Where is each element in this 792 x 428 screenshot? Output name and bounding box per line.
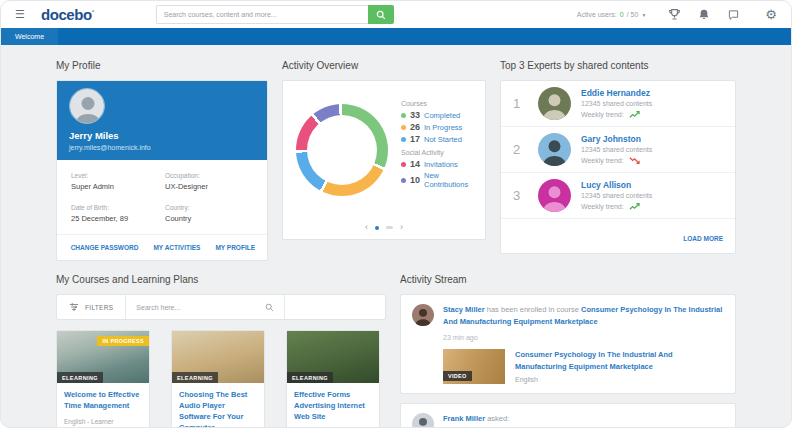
field-value: Country (165, 214, 253, 223)
notifications-bell-icon[interactable] (698, 8, 710, 21)
expert-name-link[interactable]: Lucy Allison (581, 180, 652, 190)
profile-field-country: Country: Country (165, 204, 253, 223)
settings-gear-icon[interactable]: ⚙ (765, 8, 777, 21)
hamburger-menu-icon[interactable]: ☰ (15, 8, 25, 21)
course-title-link[interactable]: Effective Forms Advertising Internet Web… (294, 390, 372, 423)
in-progress-dot (401, 125, 406, 130)
actor-link[interactable]: Stacy Miller (443, 305, 485, 314)
new-contributions-value: 10 (410, 175, 420, 185)
filters-button[interactable]: FILTERS (57, 295, 125, 319)
trend-up-icon (629, 110, 642, 120)
my-courses-title: My Courses and Learning Plans (56, 274, 386, 285)
my-activities-button[interactable]: MY ACTIVITIES (153, 244, 200, 251)
legend-item-in-progress: 26 In Progress (401, 122, 477, 132)
activity-overview-card: Courses 33 Completed 26 In Progress (282, 80, 486, 240)
expert-avatar (538, 87, 571, 120)
docebo-dashboard: ☰ docebo° Active users: 0 / 50 ▼ (0, 0, 792, 428)
course-link[interactable]: Consumer Psychology In The Industrial An… (443, 305, 722, 326)
pager-next-icon[interactable]: › (400, 223, 403, 232)
expert-row: 1 Eddie Hernandez 12345 shared contents … (501, 81, 735, 127)
global-search (156, 5, 394, 24)
course-title-link[interactable]: Choosing The Best Audio Player Software … (179, 390, 257, 428)
legend-item-completed: 33 Completed (401, 110, 477, 120)
active-users-count: 0 (620, 11, 624, 18)
expert-weekly-trend: Weekly trend: (581, 110, 652, 120)
course-card[interactable]: ELEARNING Choosing The Best Audio Player… (171, 330, 265, 428)
course-title-link[interactable]: Welcome to Effective Time Management (64, 390, 142, 412)
course-thumbnail: ELEARNING (172, 331, 264, 383)
legend-item-invitations: 14 Invitations (401, 159, 477, 169)
activity-stream-section: Activity Stream Stacy Miller has been en… (400, 267, 736, 428)
trend-label: Weekly trend: (581, 111, 624, 118)
profile-email: jerry.miles@homenick.info (69, 144, 255, 151)
invitations-value: 14 (410, 159, 420, 169)
search-input[interactable] (156, 5, 368, 24)
active-users-total: / 50 (627, 11, 639, 18)
profile-actions: CHANGE PASSWORD MY ACTIVITIES MY PROFILE (57, 234, 267, 260)
course-card[interactable]: ELEARNING Effective Forms Advertising In… (286, 330, 380, 428)
search-button[interactable] (368, 5, 394, 24)
actor-link[interactable]: Frank Miller (443, 414, 485, 423)
not-started-dot (401, 137, 406, 142)
my-profile-title: My Profile (56, 60, 268, 71)
course-thumbnail: IN PROGRESS ELEARNING (57, 331, 149, 383)
course-search (126, 295, 284, 319)
course-card[interactable]: IN PROGRESS ELEARNING Welcome to Effecti… (56, 330, 150, 428)
pager-dot-1[interactable] (375, 226, 379, 230)
course-thumbnail: ELEARNING (287, 331, 379, 383)
search-icon[interactable] (265, 303, 274, 312)
stream-avatar (412, 304, 434, 326)
new-contributions-label[interactable]: New Contributions (424, 171, 477, 189)
course-meta: English - Learner (64, 418, 142, 425)
expert-rank: 2 (513, 142, 528, 157)
not-started-label[interactable]: Not Started (424, 135, 462, 144)
topbar-right: Active users: 0 / 50 ▼ ⚙ (577, 8, 777, 21)
activity-overview-section: Activity Overview Courses 33 Completed (282, 53, 486, 261)
messages-chat-icon[interactable] (727, 9, 740, 21)
change-password-button[interactable]: CHANGE PASSWORD (71, 244, 139, 251)
field-label: Date of Birth: (71, 204, 159, 211)
active-users-dropdown[interactable]: Active users: 0 / 50 ▼ (577, 11, 647, 18)
media-course-link[interactable]: Consumer Psychology In The Industrial An… (515, 349, 724, 372)
logo-trademark: ° (92, 9, 94, 15)
trend-down-icon (629, 156, 642, 166)
stream-item-question: Frank Miller asked: How can I retain the… (400, 403, 736, 428)
completed-dot (401, 113, 406, 118)
stream-media: VIDEO Consumer Psychology In The Industr… (443, 349, 724, 384)
stream-message: Stacy Miller has been enrolled in course… (443, 304, 724, 327)
video-thumbnail[interactable]: VIDEO (443, 349, 505, 384)
field-value: Super Admin (71, 182, 159, 191)
pager-prev-icon[interactable]: ‹ (365, 223, 368, 232)
course-search-input[interactable] (136, 304, 265, 311)
docebo-logo[interactable]: docebo° (41, 6, 94, 23)
trend-label: Weekly trend: (581, 203, 624, 210)
load-more-button[interactable]: LOAD MORE (683, 235, 723, 242)
my-profile-button[interactable]: MY PROFILE (215, 244, 255, 251)
completed-label[interactable]: Completed (424, 111, 460, 120)
dashboard-content: My Profile Jerry Miles jerry.miles@homen… (1, 45, 791, 428)
media-language: English (515, 376, 724, 383)
top-experts-title: Top 3 Experts by shared contents (500, 60, 736, 71)
pager-dot-2[interactable] (386, 226, 393, 229)
legend-group-courses: Courses (401, 100, 477, 107)
my-profile-section: My Profile Jerry Miles jerry.miles@homen… (56, 53, 268, 261)
expert-shared-count: 12345 shared contents (581, 192, 652, 199)
in-progress-label[interactable]: In Progress (424, 123, 462, 132)
expert-name-link[interactable]: Gary Johnston (581, 134, 652, 144)
chart-legend: Courses 33 Completed 26 In Progress (401, 93, 477, 196)
invitations-label[interactable]: Invitations (424, 160, 458, 169)
expert-rank: 3 (513, 188, 528, 203)
activity-overview-title: Activity Overview (282, 60, 486, 71)
tab-welcome[interactable]: Welcome (1, 28, 58, 45)
course-type-badge: ELEARNING (287, 372, 333, 383)
expert-avatar (538, 133, 571, 166)
gamification-trophy-icon[interactable] (668, 8, 681, 21)
completed-value: 33 (410, 110, 420, 120)
expert-name-link[interactable]: Eddie Hernandez (581, 88, 652, 98)
field-label: Level: (71, 172, 159, 179)
my-profile-card: Jerry Miles jerry.miles@homenick.info Le… (56, 80, 268, 261)
in-progress-value: 26 (410, 122, 420, 132)
activity-stream-title: Activity Stream (400, 274, 736, 285)
nav-bar: Welcome (1, 28, 791, 45)
search-icon (376, 10, 386, 20)
